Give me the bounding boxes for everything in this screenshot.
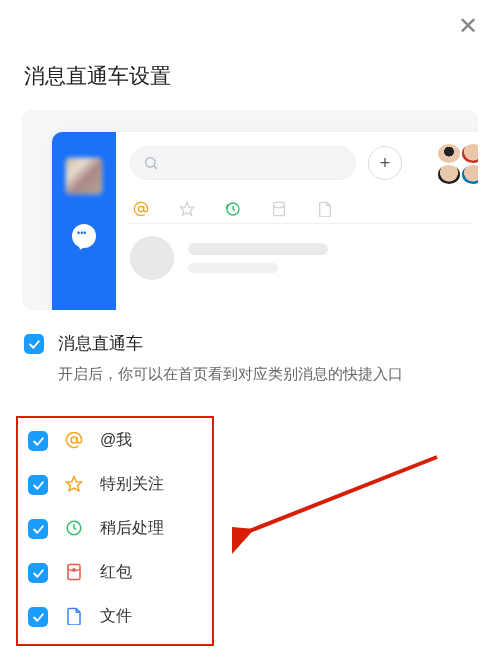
master-checkbox[interactable] — [24, 334, 44, 354]
master-toggle-row: 消息直通车 开启后，你可以在首页看到对应类别消息的快捷入口 — [24, 332, 403, 384]
option-at[interactable]: @我 — [18, 418, 212, 462]
option-checkbox[interactable] — [28, 607, 48, 627]
preview-illustration: + — [22, 110, 478, 310]
option-checkbox[interactable] — [28, 475, 48, 495]
chat-icon — [72, 224, 96, 248]
svg-point-0 — [146, 158, 155, 167]
svg-rect-9 — [68, 565, 80, 580]
option-label: 文件 — [100, 606, 132, 627]
svg-line-1 — [154, 166, 157, 169]
avatar — [66, 158, 102, 194]
redpacket-icon — [64, 563, 84, 581]
avatar — [438, 144, 460, 163]
option-label: 稍后处理 — [100, 518, 164, 539]
svg-marker-3 — [180, 202, 193, 215]
search-input — [130, 146, 356, 180]
svg-point-6 — [71, 437, 77, 443]
master-label: 消息直通车 — [58, 332, 403, 355]
option-star[interactable]: 特别关注 — [18, 462, 212, 506]
star-icon — [64, 475, 84, 493]
at-icon — [132, 200, 150, 218]
avatar — [462, 165, 478, 184]
option-checkbox[interactable] — [28, 519, 48, 539]
option-checkbox[interactable] — [28, 563, 48, 583]
avatar — [462, 144, 478, 163]
preview-window: + — [52, 132, 478, 310]
svg-rect-5 — [274, 202, 285, 215]
option-label: 特别关注 — [100, 474, 164, 495]
preview-main: + — [116, 132, 478, 310]
annotation-arrow — [232, 452, 442, 572]
clock-icon — [224, 200, 242, 218]
redpacket-icon — [270, 200, 288, 218]
at-icon — [64, 431, 84, 449]
avatar — [438, 165, 460, 184]
text-placeholder — [188, 243, 328, 273]
preview-icon-row — [126, 194, 472, 224]
option-file[interactable]: 文件 — [18, 594, 212, 638]
svg-point-10 — [73, 569, 75, 571]
clock-icon — [64, 519, 84, 537]
option-redpacket[interactable]: 红包 — [18, 550, 212, 594]
search-icon — [143, 155, 159, 171]
star-icon — [178, 200, 196, 218]
avatar-placeholder — [130, 236, 174, 280]
preview-message-row — [130, 236, 328, 280]
add-button: + — [368, 146, 402, 180]
svg-point-2 — [138, 206, 143, 211]
option-label: @我 — [100, 430, 132, 451]
dialog-title: 消息直通车设置 — [24, 62, 171, 90]
avatar-grid — [438, 144, 478, 184]
options-highlight-box: @我 特别关注 稍后处理 红包 文件 — [16, 416, 214, 646]
svg-marker-7 — [67, 477, 82, 491]
svg-line-11 — [247, 457, 437, 532]
option-later[interactable]: 稍后处理 — [18, 506, 212, 550]
option-label: 红包 — [100, 562, 132, 583]
file-icon — [64, 607, 84, 625]
master-description: 开启后，你可以在首页看到对应类别消息的快捷入口 — [58, 365, 403, 384]
preview-sidebar — [52, 132, 116, 310]
file-icon — [316, 200, 334, 218]
option-checkbox[interactable] — [28, 431, 48, 451]
close-button[interactable]: ✕ — [458, 14, 478, 38]
